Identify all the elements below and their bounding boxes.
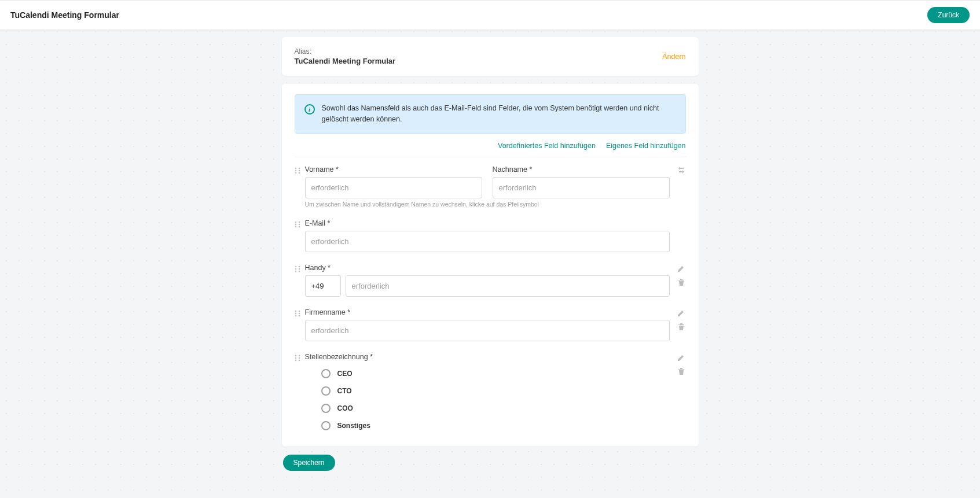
radio-label: Sonstiges bbox=[337, 422, 370, 430]
alias-value: TuCalendi Meeting Formular bbox=[295, 57, 396, 65]
alias-label: Alias: bbox=[295, 47, 396, 56]
drag-handle-icon[interactable] bbox=[293, 265, 302, 273]
phone-label: Handy * bbox=[305, 264, 670, 272]
lastname-label: Nachname * bbox=[493, 165, 670, 174]
edit-icon[interactable] bbox=[677, 308, 686, 318]
form-card: Sowohl das Namensfeld als auch das E-Mai… bbox=[282, 84, 699, 447]
name-hint: Um zwischen Name und vollständigem Namen… bbox=[305, 201, 670, 208]
back-button[interactable]: Zurück bbox=[927, 7, 970, 23]
radio-option[interactable]: COO bbox=[321, 404, 670, 413]
add-custom-link[interactable]: Eigenes Feld hinzufügen bbox=[606, 142, 686, 150]
radio-option[interactable]: Sonstiges bbox=[321, 421, 670, 430]
info-text: Sowohl das Namensfeld als auch das E-Mai… bbox=[322, 103, 676, 125]
field-action-links: Vordefiniertes Feld hinzufügen Eigenes F… bbox=[295, 142, 686, 157]
page-title: TuCalendi Meeting Formular bbox=[10, 10, 119, 20]
alias-card: Alias: TuCalendi Meeting Formular Ändern bbox=[282, 37, 699, 76]
drag-handle-icon[interactable] bbox=[293, 167, 302, 175]
field-name: Vorname * Nachname * Um zwischen Name un… bbox=[295, 160, 686, 213]
delete-icon[interactable] bbox=[677, 322, 686, 331]
delete-icon[interactable] bbox=[677, 367, 686, 376]
company-input[interactable] bbox=[305, 320, 670, 341]
phone-input[interactable] bbox=[346, 275, 670, 297]
field-jobtitle: Stellenbezeichnung * CEO CTO COO Sonstig… bbox=[295, 347, 686, 436]
add-predefined-link[interactable]: Vordefiniertes Feld hinzufügen bbox=[498, 142, 596, 150]
field-company: Firmenname * bbox=[295, 303, 686, 347]
drag-handle-icon[interactable] bbox=[293, 354, 302, 362]
lastname-input[interactable] bbox=[493, 177, 670, 198]
firstname-input[interactable] bbox=[305, 177, 482, 198]
radio-icon bbox=[321, 369, 331, 378]
radio-option[interactable]: CEO bbox=[321, 369, 670, 378]
company-label: Firmenname * bbox=[305, 308, 670, 316]
radio-label: CEO bbox=[337, 370, 353, 378]
info-icon bbox=[304, 104, 315, 115]
drag-handle-icon[interactable] bbox=[293, 220, 302, 228]
email-input[interactable] bbox=[305, 231, 670, 252]
swap-name-icon[interactable] bbox=[677, 165, 686, 175]
alias-change-link[interactable]: Ändern bbox=[662, 53, 685, 61]
delete-icon[interactable] bbox=[677, 278, 686, 287]
country-code-select[interactable]: +49 bbox=[305, 275, 341, 297]
field-phone: Handy * +49 bbox=[295, 258, 686, 303]
radio-option[interactable]: CTO bbox=[321, 386, 670, 396]
radio-label: COO bbox=[337, 404, 353, 412]
info-box: Sowohl das Namensfeld als auch das E-Mai… bbox=[295, 94, 686, 134]
radio-label: CTO bbox=[337, 387, 352, 395]
edit-icon[interactable] bbox=[677, 264, 686, 273]
radio-icon bbox=[321, 386, 331, 396]
save-button[interactable]: Speichern bbox=[283, 455, 335, 471]
edit-icon[interactable] bbox=[677, 353, 686, 362]
top-bar: TuCalendi Meeting Formular Zurück bbox=[0, 0, 980, 30]
radio-icon bbox=[321, 404, 331, 413]
drag-handle-icon[interactable] bbox=[293, 309, 302, 318]
email-label: E-Mail * bbox=[305, 219, 670, 227]
jobtitle-label: Stellenbezeichnung * bbox=[305, 353, 670, 361]
radio-icon bbox=[321, 421, 331, 430]
field-email: E-Mail * bbox=[295, 213, 686, 258]
firstname-label: Vorname * bbox=[305, 165, 482, 174]
